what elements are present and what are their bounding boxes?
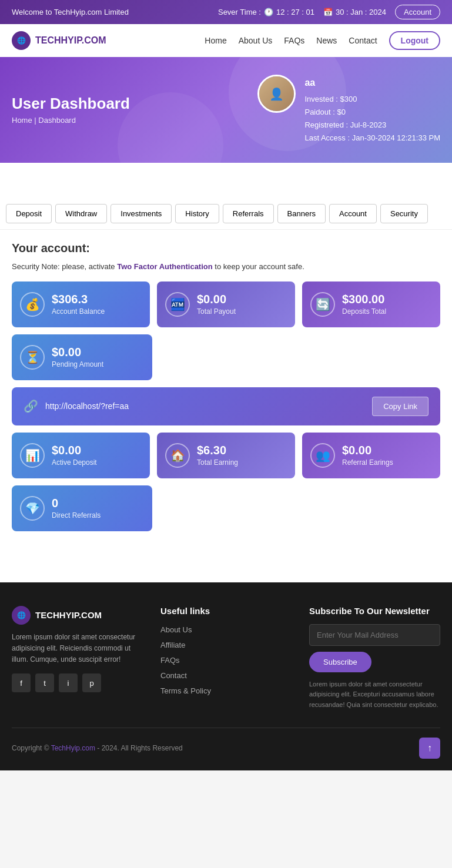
active-deposit-amount: $0.00 xyxy=(52,444,97,457)
tab-referrals[interactable]: Referrals xyxy=(223,204,274,223)
calendar-icon: 📅 xyxy=(323,8,333,16)
two-factor-link[interactable]: Two Factor Authentication xyxy=(117,262,213,271)
top-bar-right: Sever Time : 🕐 12 : 27 : 01 📅 30 : Jan :… xyxy=(218,5,440,19)
footer-affiliate[interactable]: Affiliate xyxy=(160,641,185,649)
social-facebook[interactable]: f xyxy=(12,673,31,692)
date-value: 30 : Jan : 2024 xyxy=(336,8,386,16)
account-balance-info: $306.3 Account Balance xyxy=(52,293,105,316)
logo-text: TECHHYIP.COM xyxy=(35,35,106,46)
list-item: FAQs xyxy=(160,655,292,665)
server-time: Sever Time : 🕐 12 : 27 : 01 xyxy=(218,8,314,16)
top-account-button[interactable]: Account xyxy=(395,5,440,19)
tab-withdraw[interactable]: Withdraw xyxy=(55,204,107,223)
direct-referrals-icon: 💎 xyxy=(20,496,45,521)
active-deposit-icon: 📊 xyxy=(20,443,45,468)
deposits-total-info: $300.00 Deposits Total xyxy=(342,293,386,316)
social-instagram[interactable]: i xyxy=(59,673,78,692)
stat-deposits-total: 🔄 $300.00 Deposits Total xyxy=(302,281,440,327)
list-item: Terms & Policy xyxy=(160,685,292,696)
direct-referrals-amount: 0 xyxy=(52,497,101,510)
registered-text: Registreted : Jul-8-2023 xyxy=(304,119,440,132)
subscribe-title: Subscribe To Our Newsletter xyxy=(309,606,440,616)
dashboard-title: User Dashboard Home | Dashboard xyxy=(12,95,130,125)
referral-earings-info: $0.00 Referral Earings xyxy=(342,444,393,467)
security-note-pre: Security Note: please, activate xyxy=(12,262,117,271)
total-payout-icon: 🏧 xyxy=(165,292,190,317)
tab-investments[interactable]: Investments xyxy=(111,204,172,223)
direct-referrals-label: Direct Referrals xyxy=(52,511,101,520)
copy-link-button[interactable]: Copy Link xyxy=(372,397,428,416)
logout-button[interactable]: Logout xyxy=(389,31,440,50)
subscribe-button[interactable]: Subscribe xyxy=(309,652,371,672)
clock-icon: 🕐 xyxy=(264,8,273,16)
bottom-stats-grid: 📊 $0.00 Active Deposit 🏠 $6.30 Total Ear… xyxy=(12,433,440,478)
nav-links: Home About Us FAQs News Contact Logout xyxy=(205,31,440,50)
tab-security[interactable]: Security xyxy=(380,204,428,223)
referral-earings-label: Referral Earings xyxy=(342,458,393,467)
footer-logo-icon: 🌐 xyxy=(12,606,31,625)
tab-history[interactable]: History xyxy=(175,204,219,223)
pending-grid: ⏳ $0.00 Pending Amount xyxy=(12,334,440,380)
footer-description: Lorem ipsum dolor sit amet consectetur a… xyxy=(12,632,143,666)
user-info: 👤 aa Invested : $300 Paidout : $0 Regist… xyxy=(257,75,440,145)
pending-info: $0.00 Pending Amount xyxy=(52,346,103,368)
server-date: 📅 30 : Jan : 2024 xyxy=(323,8,386,16)
footer-links: Useful links About Us Affiliate FAQs Con… xyxy=(160,606,292,711)
footer-logo: 🌐 TECHHYIP.COM xyxy=(12,606,143,625)
total-payout-amount: $0.00 xyxy=(197,293,236,306)
footer-top: 🌐 TECHHYIP.COM Lorem ipsum dolor sit ame… xyxy=(12,606,440,711)
avatar-image: 👤 xyxy=(259,76,294,111)
pending-icon: ⏳ xyxy=(20,345,45,370)
social-pinterest[interactable]: p xyxy=(82,673,101,692)
footer-about[interactable]: About Us xyxy=(160,625,192,634)
pending-spacer xyxy=(159,334,440,380)
footer-bottom: Copyright © TechHyip.com - 2024. All Rig… xyxy=(12,728,440,759)
tab-account[interactable]: Account xyxy=(329,204,377,223)
total-payout-info: $0.00 Total Payout xyxy=(197,293,236,316)
subscribe-input[interactable] xyxy=(309,624,440,646)
white-gap xyxy=(0,163,452,198)
breadcrumb-home[interactable]: Home xyxy=(12,116,32,125)
tab-navigation: Deposit Withdraw Investments History Ref… xyxy=(0,198,452,230)
total-earning-info: $6.30 Total Earning xyxy=(197,444,238,467)
deposits-total-label: Deposits Total xyxy=(342,307,386,316)
stat-active-deposit: 📊 $0.00 Active Deposit xyxy=(12,433,150,478)
tab-deposit[interactable]: Deposit xyxy=(6,204,52,223)
subscribe-desc: Lorem ipsum dolor sit amet consectetur a… xyxy=(309,679,440,711)
nav-contact[interactable]: Contact xyxy=(349,36,377,45)
avatar: 👤 xyxy=(257,75,296,113)
social-twitter[interactable]: t xyxy=(35,673,54,692)
stat-total-payout: 🏧 $0.00 Total Payout xyxy=(157,281,295,327)
list-item: About Us xyxy=(160,624,292,635)
footer-contact[interactable]: Contact xyxy=(160,671,187,680)
direct-referrals-grid: 💎 0 Direct Referrals xyxy=(12,485,440,531)
deposits-total-amount: $300.00 xyxy=(342,293,386,306)
invested-text: Invested : $300 xyxy=(304,93,440,106)
breadcrumb: Home | Dashboard xyxy=(12,116,130,125)
stat-pending: ⏳ $0.00 Pending Amount xyxy=(12,334,152,380)
nav-about[interactable]: About Us xyxy=(239,36,273,45)
total-earning-amount: $6.30 xyxy=(197,444,238,457)
direct-referrals-spacer xyxy=(159,485,440,531)
total-earning-icon: 🏠 xyxy=(165,443,190,468)
logo: 🌐 TECHHYIP.COM xyxy=(12,31,106,50)
nav-home[interactable]: Home xyxy=(205,36,226,45)
nav-faqs[interactable]: FAQs xyxy=(284,36,304,45)
footer-terms[interactable]: Terms & Policy xyxy=(160,686,211,695)
tab-banners[interactable]: Banners xyxy=(277,204,326,223)
paidout-text: Paidout : $0 xyxy=(304,106,440,119)
link-icon: 🔗 xyxy=(24,399,38,413)
stat-referral-earings: 👥 $0.00 Referral Earings xyxy=(302,433,440,478)
copyright-link[interactable]: TechHyip.com xyxy=(51,744,95,752)
useful-links-list: About Us Affiliate FAQs Contact Terms & … xyxy=(160,624,292,696)
active-deposit-info: $0.00 Active Deposit xyxy=(52,444,97,467)
nav-news[interactable]: News xyxy=(316,36,337,45)
scroll-top-button[interactable]: ↑ xyxy=(419,738,440,759)
active-deposit-label: Active Deposit xyxy=(52,458,97,467)
footer-faqs[interactable]: FAQs xyxy=(160,656,180,665)
account-balance-label: Account Balance xyxy=(52,307,105,316)
copyright-text: Copyright © TechHyip.com - 2024. All Rig… xyxy=(12,744,183,752)
total-earning-label: Total Earning xyxy=(197,458,238,467)
logo-icon: 🌐 xyxy=(12,31,31,50)
stat-direct-referrals: 💎 0 Direct Referrals xyxy=(12,485,152,531)
